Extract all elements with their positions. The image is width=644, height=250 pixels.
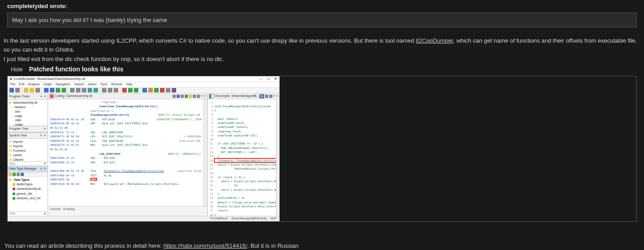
decompile-panel[interactable]: 12void SteamManager$$IDlcVerify(void)3{4…	[208, 99, 276, 216]
toolbar-icon[interactable]	[30, 88, 34, 92]
quote-author: completelyded wrote:	[3, 0, 641, 13]
panel-close-icon[interactable]: ✕	[44, 94, 46, 99]
menu-item[interactable]: Search	[74, 82, 84, 87]
menu-item[interactable]: Analysis	[28, 82, 40, 87]
toolbar-icon[interactable]	[181, 95, 184, 98]
spoiler-container: ◆ CodeBrowser: MuseDash/GameAssembly.dll…	[7, 76, 637, 222]
panel-menu-icon[interactable]: ▾	[40, 94, 42, 99]
quote-body: May I ask you how you did it? I was (bar…	[7, 13, 637, 28]
dtm-toolrow	[8, 172, 48, 177]
toolbar-icon[interactable]	[177, 95, 180, 98]
tree-node[interactable]: Exports	[9, 144, 46, 149]
tree-node[interactable]: .pdata	[9, 123, 46, 126]
toolbar-icon[interactable]	[148, 88, 153, 92]
tree-node[interactable]: Imports	[9, 140, 46, 144]
minimize-icon[interactable]: —	[259, 76, 263, 82]
panel-close-icon[interactable]: ✕	[44, 167, 46, 171]
toolbar-icon[interactable]	[9, 88, 14, 92]
spoiler-header: Hide Patched function looks like this	[3, 65, 641, 75]
menu-item[interactable]: Graph	[43, 82, 52, 87]
menu-item[interactable]: Window	[111, 82, 122, 87]
status-bar: PUSHaffdecd SteamManager$$IDlcVerify NOP	[8, 216, 280, 221]
habr-link[interactable]: https://habr.com/ru/post/514416/	[164, 242, 247, 249]
panel-menu-icon[interactable]: ▾	[40, 133, 42, 138]
toolbar-icon[interactable]	[76, 88, 80, 92]
filter-clear-icon[interactable]: ⊗	[44, 211, 46, 216]
toolbar-icon[interactable]	[114, 88, 118, 92]
tree-node[interactable]: Functions	[9, 149, 46, 153]
toolbar-icon[interactable]	[21, 173, 24, 176]
toolbar-icon[interactable]	[265, 95, 268, 98]
dtm-filter[interactable]: Filter:⊗	[8, 211, 48, 216]
toolbar-icon[interactable]	[185, 95, 188, 98]
decompile-title: Decompile: SteamManager$$...	[215, 94, 258, 99]
tree-node[interactable]: Classes	[9, 158, 46, 161]
symbol-tree[interactable]: ImportsExportsFunctionsLabelsClassesName…	[8, 139, 48, 161]
scrollbar[interactable]	[276, 99, 280, 216]
toolbar-icon[interactable]	[160, 88, 164, 92]
footer-pre: You can read an article describing this …	[4, 242, 164, 249]
toolbar-icon[interactable]	[70, 88, 75, 92]
p1-pre: In the last version developers started u…	[4, 37, 416, 44]
tree-node[interactable]: .rdata	[9, 114, 46, 118]
toolbar-icon[interactable]	[197, 95, 200, 98]
toolbar-icon[interactable]	[134, 88, 138, 92]
toolbar-icon[interactable]	[9, 173, 12, 176]
toolbar-icon[interactable]	[93, 88, 98, 92]
toolbar-icon[interactable]	[62, 88, 66, 92]
status-left: PUSHaffdecd	[210, 216, 228, 221]
tree-node[interactable]: Labels	[9, 153, 46, 158]
dtm-tree[interactable]: 📂Data Types BuiltInTypes GameAssembly.dl…	[8, 177, 48, 211]
spoiler-hide-button[interactable]: Hide	[4, 65, 23, 74]
menu-item[interactable]: Select	[88, 82, 96, 87]
listing-panel[interactable]: * FUNCTION *undefined SteamManager$$IDlc…	[48, 99, 204, 206]
program-tree[interactable]: GameAssembly.dll Headers.text.rdata.data…	[8, 100, 48, 126]
toolbar-icon[interactable]	[269, 95, 272, 98]
program-tree-tab[interactable]: Program Tree✕	[8, 126, 48, 132]
toolbar-icon[interactable]	[88, 88, 92, 92]
panel-menu-icon[interactable]: ▾	[40, 167, 42, 171]
toolbar-icon[interactable]	[122, 88, 127, 92]
close-icon[interactable]: ✕	[273, 76, 278, 82]
tree-node[interactable]: Headers	[9, 105, 46, 110]
tree-root[interactable]: GameAssembly.dll	[9, 101, 46, 105]
toolbar-icon[interactable]	[128, 88, 133, 92]
toolbar-icon[interactable]	[172, 88, 176, 92]
right-column: ◧ Decompile: SteamManager$$... Sa ▾ ✕ 12…	[208, 94, 280, 216]
panel-close-icon[interactable]: ✕	[44, 133, 46, 138]
il2cppdumper-link[interactable]: Il2CppDumper	[416, 37, 453, 44]
toolbar-icon[interactable]	[108, 88, 112, 92]
menu-item[interactable]: Navigation	[56, 82, 71, 87]
toolbar-icon[interactable]	[173, 95, 176, 98]
menu-item[interactable]: Edit	[19, 82, 24, 87]
toolbar-icon[interactable]	[189, 95, 192, 98]
scrollbar[interactable]	[204, 99, 207, 206]
tree-node[interactable]: .data	[9, 118, 46, 123]
toolbar-icon[interactable]	[13, 173, 16, 176]
maximize-icon[interactable]: ☐	[266, 76, 271, 82]
menu-item[interactable]: Tools	[100, 82, 107, 87]
toolbar-icon[interactable]	[24, 88, 28, 92]
toolbar-icon[interactable]	[44, 88, 49, 92]
toolbar-icon[interactable]	[56, 88, 60, 92]
menu-item[interactable]: File	[10, 82, 15, 87]
toolbar-icon[interactable]	[142, 88, 147, 92]
footer-post: . But it is in Russian	[247, 242, 298, 249]
dtm-title: Data Type Manager ▾✕	[8, 166, 48, 172]
toolbar-icon[interactable]	[154, 88, 159, 92]
tree-node[interactable]: .text	[9, 110, 46, 114]
toolbar	[8, 88, 280, 94]
toolbar-icon[interactable]	[82, 88, 86, 92]
window-titlebar: ◆ CodeBrowser: MuseDash/GameAssembly.dll…	[8, 76, 280, 82]
toolbar-icon[interactable]	[193, 95, 196, 98]
menu-item[interactable]: Help	[126, 82, 132, 87]
middle-column: ▣ Listing: GameAssembly.dll ▾ ✕ * FUNCTI…	[48, 94, 208, 216]
symbol-filter[interactable]: Filter:⊗	[8, 161, 48, 166]
left-column: Program Trees ▾✕ GameAssembly.dll Header…	[8, 94, 48, 216]
toolbar-icon[interactable]	[17, 173, 20, 176]
save-button[interactable]: Sa	[259, 94, 264, 98]
toolbar-icon[interactable]	[36, 88, 40, 92]
toolbar-icon[interactable]	[15, 88, 20, 92]
toolbar-icon[interactable]	[102, 88, 107, 92]
toolbar-icon[interactable]	[166, 88, 170, 92]
